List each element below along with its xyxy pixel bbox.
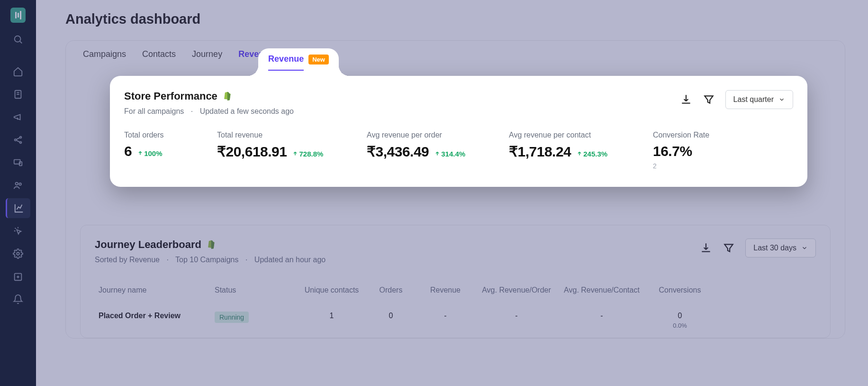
tabs-row: Campaigns Contacts Journey Revenue New [66, 41, 845, 67]
nav-click[interactable] [6, 221, 30, 241]
nav-home[interactable] [6, 62, 30, 82]
nav-users[interactable] [6, 175, 30, 195]
svg-point-5 [15, 139, 17, 141]
tab-revenue-cap[interactable]: Revenue New [258, 48, 339, 76]
svg-line-9 [16, 140, 19, 142]
arrow-up-icon [577, 151, 582, 156]
tab-journey[interactable]: Journey [192, 41, 222, 67]
th-journey-name: Journey name [95, 286, 211, 294]
tab-contacts[interactable]: Contacts [142, 41, 176, 67]
journey-leaderboard-card: Journey Leaderboard Sorted by Revenue · … [80, 225, 831, 338]
svg-point-14 [17, 252, 19, 255]
stat-conversion-rate: Conversion Rate 16.7% 2 [653, 131, 709, 170]
store-title: Store Performance [124, 90, 217, 102]
leaderboard-table-head: Journey name Status Unique contacts Orde… [95, 286, 816, 294]
svg-point-6 [20, 137, 22, 138]
delta-up: 728.8% [292, 150, 323, 158]
megaphone-icon [13, 112, 23, 122]
svg-point-12 [16, 183, 18, 185]
svg-point-13 [19, 183, 21, 185]
nav-share[interactable] [6, 130, 30, 150]
row-conversions: 0 0.0% [647, 312, 713, 329]
delta-up: 100% [137, 149, 162, 157]
download-icon [700, 242, 712, 254]
leaderboard-range-button[interactable]: Last 30 days [745, 239, 816, 257]
stat-avg-rev-order: Avg revenue per order ₹3,436.49 314.4% [367, 131, 509, 170]
main-content: Analytics dashboard Campaigns Contacts J… [36, 0, 868, 386]
th-revenue: Revenue [415, 286, 476, 294]
nav-devices[interactable] [6, 153, 30, 173]
home-icon [13, 66, 23, 77]
svg-line-8 [16, 138, 19, 139]
th-orders: Orders [367, 286, 415, 294]
app-logo [10, 8, 26, 23]
store-stats-row: Total orders 6 100% Total revenue ₹20,61… [124, 131, 793, 170]
shopify-icon [206, 239, 216, 250]
leaderboard-download-button[interactable] [700, 242, 712, 254]
users-icon [13, 180, 23, 191]
nav-document[interactable] [6, 84, 30, 104]
row-revenue: - [415, 312, 476, 320]
calendar-plus-icon [13, 271, 23, 282]
store-download-button[interactable] [680, 93, 692, 106]
search-icon [13, 34, 23, 45]
chart-icon [14, 203, 24, 213]
stat-avg-rev-contact: Avg revenue per contact ₹1,718.24 245.3% [509, 131, 653, 170]
th-unique-contacts: Unique contacts [296, 286, 367, 294]
th-avg-rev-order: Avg. Revenue/Order [476, 286, 557, 294]
th-status: Status [211, 286, 296, 294]
delta-up: 314.4% [434, 150, 465, 158]
arrow-up-icon [292, 151, 298, 156]
delta-up: 245.3% [577, 150, 607, 158]
nav-search[interactable] [6, 29, 30, 49]
leaderboard-title: Journey Leaderboard [95, 239, 201, 251]
left-sidebar [0, 0, 36, 386]
click-icon [13, 226, 23, 236]
table-row[interactable]: Placed Order + Review Running 1 0 - - - … [95, 312, 816, 329]
row-avg-rev-contact: - [557, 312, 647, 320]
nav-notifications[interactable] [6, 289, 30, 309]
new-badge-cap: New [308, 55, 329, 64]
svg-point-0 [15, 36, 21, 42]
nav-megaphone[interactable] [6, 107, 30, 127]
download-icon [680, 93, 692, 106]
nav-analytics[interactable] [6, 198, 30, 218]
leaderboard-subtitle: Sorted by Revenue · Top 10 Campaigns · U… [95, 256, 326, 264]
nav-calendar-plus[interactable] [6, 267, 30, 286]
stat-total-orders: Total orders 6 100% [124, 131, 217, 170]
row-unique-contacts: 1 [296, 312, 367, 320]
share-icon [13, 135, 23, 145]
th-avg-rev-contact: Avg. Revenue/Contact [557, 286, 647, 294]
store-range-button[interactable]: Last quarter [725, 90, 793, 109]
svg-line-1 [20, 41, 22, 43]
filter-icon [723, 242, 735, 254]
arrow-up-icon [434, 151, 440, 156]
leaderboard-filter-button[interactable] [723, 242, 735, 254]
shopify-icon [222, 91, 232, 101]
row-avg-rev-order: - [476, 312, 557, 320]
store-performance-card: Revenue New Store Performance For all ca… [110, 76, 807, 187]
tab-revenue-cap-label: Revenue [268, 54, 304, 71]
row-orders: 0 [367, 312, 415, 320]
page-title: Analytics dashboard [65, 11, 845, 27]
svg-point-7 [20, 142, 22, 144]
store-filter-button[interactable] [703, 93, 715, 106]
arrow-up-icon [137, 150, 143, 156]
bell-icon [13, 294, 23, 304]
store-subtitle: For all campaigns · Updated a few second… [124, 107, 294, 116]
document-icon [13, 89, 23, 100]
devices-icon [13, 157, 23, 168]
nav-settings[interactable] [6, 244, 30, 264]
chevron-down-icon [801, 245, 808, 251]
th-conversions: Conversions [647, 286, 713, 294]
stat-total-revenue: Total revenue ₹20,618.91 728.8% [217, 131, 367, 170]
row-journey-name: Placed Order + Review [95, 312, 211, 320]
chevron-down-icon [778, 96, 785, 103]
gear-icon [13, 248, 23, 259]
status-badge: Running [215, 312, 249, 323]
filter-icon [703, 93, 715, 106]
tab-campaigns[interactable]: Campaigns [83, 41, 126, 67]
